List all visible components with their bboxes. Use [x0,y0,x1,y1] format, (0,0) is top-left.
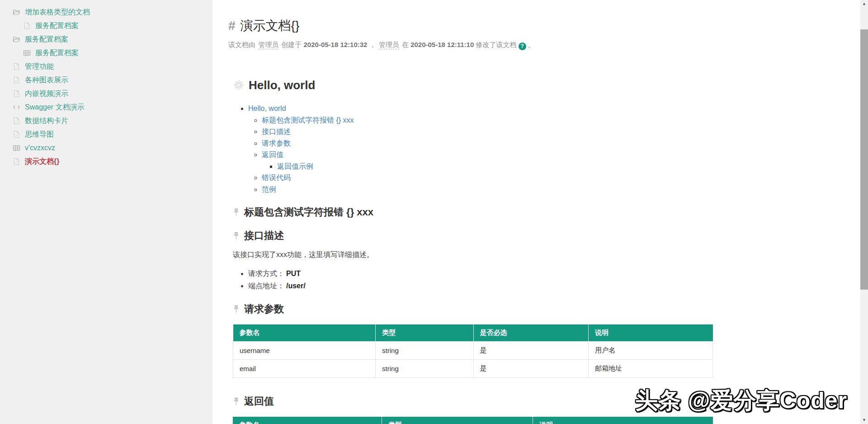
toc-item: Hello, world标题包含测试字符报错 {} xxx接口描述请求参数返回值… [248,103,860,195]
toc-link[interactable]: Hello, world [248,105,286,112]
sidebar-item-label: 服务配置档案 [35,48,79,58]
heading-api-desc: 接口描述 [233,229,860,242]
toc-link[interactable]: 请求参数 [262,139,291,147]
toc-link[interactable]: 范例 [262,186,276,193]
sidebar-item[interactable]: 数据结构卡片 [0,114,212,128]
sidebar-item-current-doc[interactable]: 演示文档{} [0,155,212,168]
column-header: 说明 [589,324,713,342]
request-info-label: 端点地址： [248,282,284,290]
sidebar-item[interactable]: 管理功能 [0,60,212,73]
sidebar-item[interactable]: 增加表格类型的文档 [0,5,212,19]
gear-icon [233,79,245,91]
sidebar-item[interactable]: 内嵌视频演示 [0,87,212,100]
column-header: 说明 [533,417,713,424]
sidebar-item[interactable]: 服务配置档案 [0,19,212,33]
pushpin-icon [233,208,240,217]
heading-text: 标题包含测试字符报错 {} xxx [244,206,373,219]
column-header: 类型 [376,324,473,342]
sidebar-item-label: 数据结构卡片 [25,116,68,126]
pushpin-icon [233,305,240,314]
meta-author-link[interactable]: 管理员 [258,41,278,49]
toc-link[interactable]: 标题包含测试字符报错 {} xxx [262,116,354,124]
table-cell: string [376,360,473,378]
folder-open-icon [13,9,20,16]
heading-hello-world: Hello, world [233,78,860,92]
heading-title-test: 标题包含测试字符报错 {} xxx [233,206,860,219]
toc-item: 接口描述 [262,126,860,138]
file-icon [13,117,20,124]
file-icon [13,158,20,165]
toc-list: Hello, world标题包含测试字符报错 {} xxx接口描述请求参数返回值… [233,103,860,195]
sidebar-item[interactable]: 各种图表展示 [0,73,212,87]
request-info-value: PUT [286,270,301,277]
table-cell: 是 [473,360,589,378]
column-header: 是否必选 [473,324,589,342]
sidebar-item-label: Swagger 文档演示 [25,103,85,112]
sidebar: 增加表格类型的文档服务配置档案服务配置档案服务配置档案管理功能各种图表展示内嵌视… [0,0,212,424]
toc-link[interactable]: 接口描述 [262,128,291,135]
heading-text: 接口描述 [244,229,284,242]
hash-icon: # [228,19,236,33]
column-header: 参数名 [233,324,376,342]
toc-link[interactable]: 返回值 [262,151,283,158]
file-icon [13,76,20,84]
table-cell: username [233,342,376,360]
pushpin-icon [233,232,240,240]
file-icon [13,63,20,70]
sidebar-item-label: 服务配置档案 [25,35,68,44]
toc-item: 返回值返回值示例 [262,149,860,172]
scroll-up-arrow-icon[interactable]: ▲ [860,0,868,8]
meta-author-link[interactable]: 管理员 [379,41,399,49]
request-info-list: 请求方式：PUT端点地址：/user/ [233,267,860,292]
vertical-scrollbar[interactable]: ▲ ▼ [860,0,868,424]
table-cell: 是 [473,342,589,360]
toc-item: 错误代码 [262,172,860,184]
return-value-table: 参数名类型说明 [233,417,713,424]
doc-meta: 该文档由 管理员 创建于 2020-05-18 12:10:32 ， 管理员 在… [228,41,860,50]
sidebar-item-label: v'cvzxcvz [25,144,55,152]
sidebar-item-label: 增加表格类型的文档 [25,8,90,17]
scrollbar-thumb[interactable] [860,29,868,290]
toc-item: 范例 [262,184,860,195]
folder-open-icon [13,36,20,43]
scroll-down-arrow-icon[interactable]: ▼ [860,416,868,424]
table-icon [13,144,20,152]
meta-text: 。 [526,41,535,48]
toc-sublist: 标题包含测试字符报错 {} xxx接口描述请求参数返回值返回值示例错误代码范例 [248,114,860,195]
table-row: emailstring是邮箱地址 [233,360,713,378]
sidebar-item-label: 管理功能 [25,62,54,71]
toc-link[interactable]: 返回值示例 [277,162,313,170]
request-info-item: 端点地址：/user/ [248,280,860,292]
sidebar-item[interactable]: 思维导图 [0,128,212,141]
file-icon [13,131,20,138]
sidebar-item[interactable]: Swagger 文档演示 [0,100,212,114]
heading-text: 请求参数 [244,303,284,315]
meta-text: ， [367,41,377,48]
toc-sublist: 返回值示例 [262,161,860,172]
toc-link[interactable]: 错误代码 [262,174,291,181]
toc-item: 请求参数 [262,138,860,149]
help-icon[interactable]: ? [519,43,526,50]
heading-text: Hello, world [249,78,315,92]
table-cell: 用户名 [589,342,713,360]
request-info-item: 请求方式：PUT [248,267,860,280]
table-icon [23,49,31,57]
toc-item: 标题包含测试字符报错 {} xxx [262,114,860,126]
sidebar-item-label: 思维导图 [25,130,54,139]
meta-text: 该文档由 [228,41,257,48]
meta-created-time: 2020-05-18 12:10:32 [304,41,368,48]
request-info-value: /user/ [286,282,306,290]
sidebar-item[interactable]: 服务配置档案 [0,46,212,60]
api-description: 该接口实现了xxx功能，这里填写详细描述。 [233,249,860,260]
doc-tree: 增加表格类型的文档服务配置档案服务配置档案服务配置档案管理功能各种图表展示内嵌视… [0,5,212,168]
sidebar-item-label: 各种图表展示 [25,76,68,85]
sidebar-item[interactable]: v'cvzxcvz [0,141,212,155]
sidebar-item[interactable]: 服务配置档案 [0,33,212,46]
meta-text: 在 [400,41,410,48]
heading-text: 返回值 [244,395,274,408]
meta-updated-time: 2020-05-18 12:11:10 [410,41,474,48]
meta-text: 创建于 [279,41,303,48]
meta-text: 修改了该文档 [474,41,518,48]
request-params-table: 参数名类型是否必选说明usernamestring是用户名emailstring… [233,324,713,378]
column-header: 类型 [382,417,533,424]
